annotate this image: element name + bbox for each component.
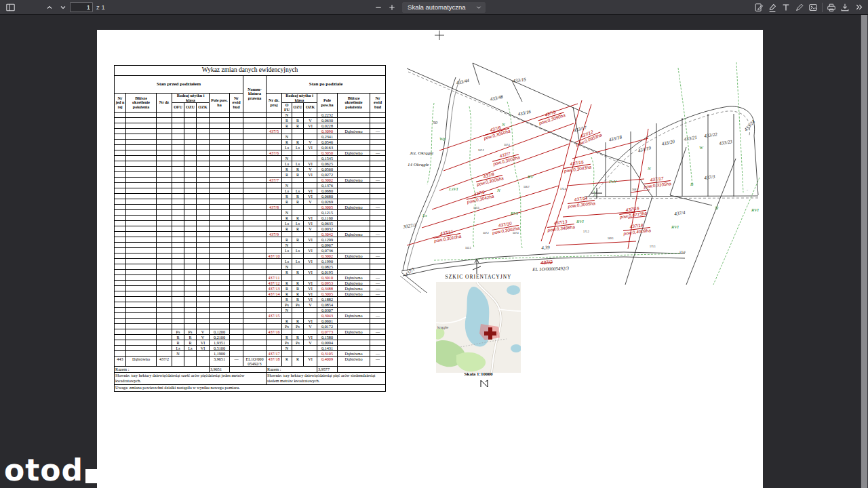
cell	[210, 319, 230, 324]
cell	[184, 243, 197, 248]
cell	[267, 123, 282, 129]
cell	[197, 167, 210, 172]
landuse-label: RVI	[511, 211, 518, 216]
landuse-label: RV	[528, 174, 533, 180]
cell	[126, 340, 157, 346]
cell	[230, 319, 243, 324]
cell: 0,5100	[210, 346, 230, 351]
next-page-button[interactable]	[56, 1, 70, 14]
zoom-in-button[interactable]	[385, 1, 399, 14]
table-row: 437/150,3043Dąbrówno—	[115, 313, 386, 319]
print-icon[interactable]	[825, 1, 838, 14]
point-label: 171.4	[679, 251, 686, 253]
cell	[230, 281, 243, 286]
text-annotation-icon[interactable]	[779, 1, 793, 14]
cell	[115, 259, 126, 264]
page-number-input[interactable]	[70, 2, 93, 12]
cell	[267, 167, 282, 172]
highlight-icon[interactable]	[766, 1, 779, 14]
cell: Dąbrówno	[338, 253, 370, 259]
cell	[210, 183, 230, 188]
cell: V	[304, 167, 317, 172]
cell: 0,3488	[317, 286, 338, 291]
cell: R	[282, 291, 292, 297]
table-row: RRVI1,9351PsPsV0,0094	[115, 340, 386, 346]
sidebar-toggle-button[interactable]	[3, 1, 17, 14]
cell: 0,3010	[317, 275, 338, 281]
cell: N	[282, 346, 292, 351]
annotate-icon[interactable]	[752, 1, 766, 14]
point-label: 107.2	[478, 149, 484, 152]
cell	[267, 194, 282, 199]
point-label: 107.4	[513, 232, 519, 235]
cell	[115, 313, 126, 319]
previous-page-button[interactable]	[43, 1, 56, 14]
cell: 0,0094	[317, 340, 338, 346]
cell	[292, 313, 304, 319]
add-image-icon[interactable]	[806, 1, 820, 14]
pdf-toolbar: z 1 Skala automatyczna	[0, 0, 868, 15]
cell	[126, 232, 157, 237]
cell	[172, 291, 184, 297]
cell: N	[282, 308, 292, 313]
table-title: Wykaz zmian danych ewidencyjnych	[115, 66, 386, 76]
cell	[230, 367, 267, 373]
inset-scale-label: Skala 1:10000	[436, 371, 521, 377]
cell	[243, 340, 267, 346]
cell	[184, 216, 197, 221]
point-label: 171.1	[650, 245, 656, 248]
cell	[230, 329, 243, 335]
cell	[267, 259, 282, 264]
cell	[157, 319, 172, 324]
save-icon[interactable]	[838, 1, 852, 14]
cell	[243, 183, 267, 188]
cell: R	[292, 357, 304, 367]
cell: 0,3042	[317, 232, 338, 237]
zoom-out-button[interactable]	[372, 1, 385, 14]
cell: V	[304, 118, 317, 123]
cell	[292, 232, 304, 237]
cell: 0,3002	[317, 178, 338, 183]
landuse-label: W	[699, 145, 703, 150]
cell	[157, 329, 172, 335]
cell	[126, 270, 157, 275]
cell	[338, 113, 370, 118]
cell	[338, 226, 370, 232]
scrollbar[interactable]	[861, 15, 868, 488]
cell	[184, 270, 197, 275]
cell	[230, 145, 243, 150]
cell: R	[292, 286, 304, 291]
cell	[370, 340, 386, 346]
cell	[243, 329, 267, 335]
cell: VI	[304, 281, 317, 286]
cell	[230, 308, 243, 313]
cell: 0,1160	[317, 216, 338, 221]
scrollbar-thumb[interactable]	[861, 15, 867, 488]
cell	[230, 172, 243, 178]
cell	[157, 216, 172, 221]
cell: 0,0825	[317, 264, 338, 270]
cell	[243, 145, 267, 150]
cell	[115, 161, 126, 167]
cell	[370, 113, 386, 118]
cell	[370, 297, 386, 302]
cell	[126, 351, 157, 357]
zoom-scale-select[interactable]: Skala automatyczna	[402, 2, 486, 13]
cell	[230, 156, 243, 161]
cell: Ls	[282, 221, 292, 226]
cell	[197, 161, 210, 167]
cell	[115, 291, 126, 297]
cell: R	[292, 167, 304, 172]
cell: VI	[304, 270, 317, 275]
cell: R	[282, 319, 292, 324]
cell	[197, 113, 210, 118]
cell	[210, 113, 230, 118]
more-tools-icon[interactable]	[852, 1, 865, 14]
cell	[267, 134, 282, 140]
draw-icon[interactable]	[793, 1, 806, 14]
cell: 0,0680	[317, 188, 338, 194]
cell: R	[282, 199, 292, 205]
cell: VI	[304, 161, 317, 167]
cell	[267, 264, 282, 270]
cell	[197, 302, 210, 308]
